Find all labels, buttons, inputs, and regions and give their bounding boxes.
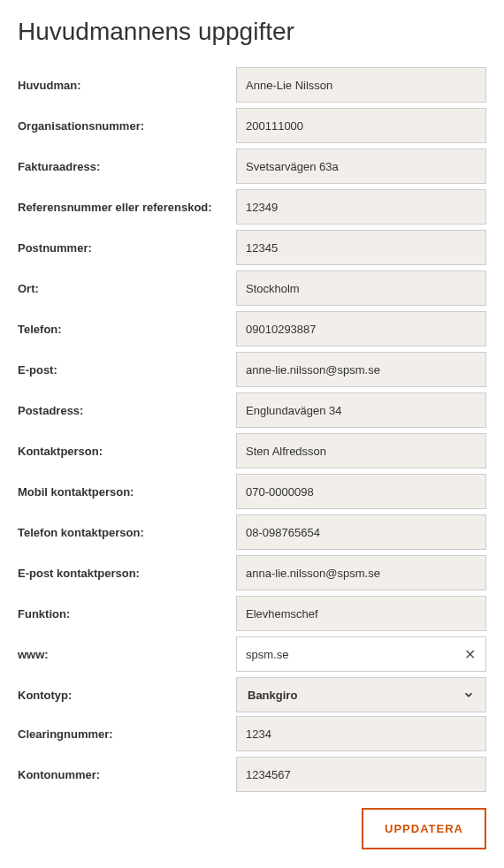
input-huvudman[interactable]: [236, 67, 486, 103]
input-clearing[interactable]: [236, 716, 486, 751]
input-postnummer[interactable]: [236, 230, 486, 265]
label-orgnr: Organisationsnummer:: [18, 119, 236, 133]
close-icon: ✕: [464, 647, 476, 662]
label-epost: E-post:: [18, 363, 236, 377]
input-www[interactable]: [236, 636, 486, 672]
label-telefon-kontakt: Telefon kontaktperson:: [18, 526, 236, 539]
label-mobil-kontakt: Mobil kontaktperson:: [18, 485, 236, 499]
label-postnummer: Postnummer:: [18, 241, 236, 255]
label-www: www:: [18, 648, 236, 661]
input-fakturaadress[interactable]: [236, 148, 486, 184]
label-kontotyp: Kontotyp:: [18, 689, 236, 702]
input-telefon[interactable]: [236, 311, 486, 346]
clear-www-button[interactable]: ✕: [461, 646, 479, 663]
update-button[interactable]: UPPDATERA: [362, 808, 486, 849]
input-orgnr[interactable]: [236, 108, 486, 143]
label-ort: Ort:: [18, 282, 236, 295]
label-kontaktperson: Kontaktperson:: [18, 445, 236, 458]
label-epost-kontakt: E-post kontaktperson:: [18, 567, 236, 580]
input-mobil-kontakt[interactable]: [236, 474, 486, 509]
label-postadress: Postadress:: [18, 404, 236, 417]
input-kontaktperson[interactable]: [236, 433, 486, 468]
input-kontonr[interactable]: [236, 757, 486, 792]
label-funktion: Funktion:: [18, 607, 236, 621]
input-ort[interactable]: [236, 270, 486, 306]
label-clearing: Clearingnummer:: [18, 727, 236, 741]
input-postadress[interactable]: [236, 392, 486, 428]
input-refnr[interactable]: [236, 189, 486, 225]
input-funktion[interactable]: [236, 596, 486, 631]
input-epost-kontakt[interactable]: [236, 555, 486, 590]
label-huvudman: Huvudman:: [18, 79, 236, 92]
label-telefon: Telefon:: [18, 323, 236, 336]
page-title: Huvudmannens uppgifter: [18, 18, 486, 46]
label-kontonr: Kontonummer:: [18, 768, 236, 781]
label-fakturaadress: Fakturaadress:: [18, 160, 236, 173]
select-kontotyp-value: Bankgiro: [248, 689, 462, 702]
select-kontotyp[interactable]: Bankgiro: [236, 677, 486, 712]
label-refnr: Referensnummer eller referenskod:: [18, 201, 236, 214]
input-telefon-kontakt[interactable]: [236, 514, 486, 550]
chevron-down-icon: [462, 689, 475, 701]
input-epost[interactable]: [236, 352, 486, 387]
